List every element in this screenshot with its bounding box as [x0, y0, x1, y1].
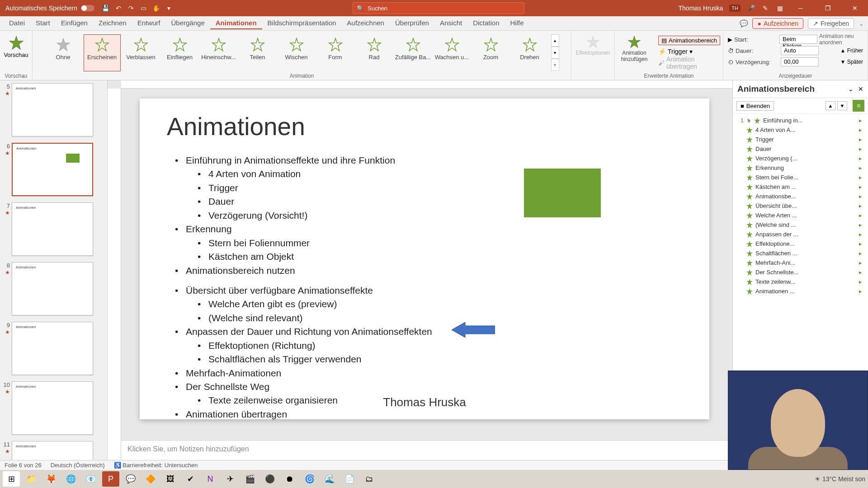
tab-aufzeichnen[interactable]: Aufzeichnen: [341, 17, 390, 29]
app2-icon[interactable]: 🖼: [162, 471, 179, 487]
move-up-button[interactable]: ▲: [826, 101, 835, 110]
anim-item-17[interactable]: Texte zeilenw...▸: [736, 277, 865, 286]
share-button[interactable]: ↗Freigeben: [808, 18, 854, 29]
thumb-slide-8[interactable]: 8★Animationen: [2, 262, 104, 315]
weather-widget[interactable]: ☀ 13°C Meist son: [815, 475, 865, 483]
tab-entwurf[interactable]: Entwurf: [132, 17, 166, 29]
anim-item-14[interactable]: Schaltflächen ...▸: [736, 249, 865, 258]
minimize-button[interactable]: ─: [790, 0, 811, 16]
edge-icon[interactable]: 🌊: [321, 471, 338, 487]
comments-icon[interactable]: 💬: [740, 19, 748, 28]
tab-übergänge[interactable]: Übergänge: [166, 17, 210, 29]
start-dropdown[interactable]: Beim Klicken: [779, 35, 817, 44]
anim-rad[interactable]: Rad: [356, 34, 393, 71]
slide-canvas[interactable]: Animationen •Einführung in Animationseff…: [108, 80, 732, 460]
anim-item-1[interactable]: 4 Arten von A...▸: [736, 125, 865, 135]
language[interactable]: Deutsch (Österreich): [51, 462, 105, 469]
thumb-slide-11[interactable]: 11★Animationen: [2, 441, 104, 460]
accessibility[interactable]: ♿ Barrierefreiheit: Untersuchen: [114, 462, 198, 469]
app5-icon[interactable]: 🌀: [301, 471, 318, 487]
app7-icon[interactable]: 🗂: [361, 471, 378, 487]
anim-wischen[interactable]: Wischen: [278, 34, 315, 71]
powerpoint-icon[interactable]: P: [102, 471, 119, 487]
animation-gallery[interactable]: OhneErscheinenVerblassenEinfliegenHinein…: [42, 33, 562, 71]
slide-text[interactable]: •Einführung in Animationseffekte und ihr…: [167, 154, 682, 421]
duration-input[interactable]: Auto: [781, 46, 819, 55]
trigger-button[interactable]: ⚡ Trigger ▾: [658, 47, 720, 56]
app6-icon[interactable]: 📄: [341, 471, 358, 487]
app4-icon[interactable]: ⏺: [281, 471, 298, 487]
start-button[interactable]: ⊞: [3, 471, 20, 487]
slide-thumbnails[interactable]: 5★Animationen6★Animationen7★Animationen8…: [0, 80, 108, 460]
todoist-icon[interactable]: ✔: [182, 471, 199, 487]
search-input[interactable]: 🔍 Suchen: [353, 2, 524, 14]
qat-more-icon[interactable]: ▾: [165, 4, 173, 12]
author-text[interactable]: Thomas Hruska: [383, 395, 466, 409]
explorer-icon[interactable]: 📁: [23, 471, 40, 487]
touch-icon[interactable]: ✋: [152, 4, 160, 12]
anim-drehen[interactable]: Drehen: [511, 34, 548, 71]
tab-hilfe[interactable]: Hilfe: [505, 17, 529, 29]
anim-item-4[interactable]: Verzögerung (...▸: [736, 154, 865, 163]
add-animation-button[interactable]: Animation hinzufügen: [614, 33, 655, 70]
user-name[interactable]: Thomas Hruska: [679, 5, 723, 12]
thumb-slide-6[interactable]: 6★Animationen: [2, 143, 104, 196]
autosave-toggle[interactable]: Automatisches Speichern: [3, 5, 97, 12]
anim-verblassen[interactable]: Verblassen: [123, 34, 160, 71]
slide-title[interactable]: Animationen: [167, 112, 682, 141]
vlc-icon[interactable]: 🔶: [142, 471, 159, 487]
firefox-icon[interactable]: 🦊: [42, 471, 60, 487]
anim-hineinschw...[interactable]: Hineinschw...: [200, 34, 237, 71]
tab-start[interactable]: Start: [30, 17, 56, 29]
blue-arrow-shape[interactable]: [452, 322, 495, 338]
anim-item-16[interactable]: Der Schnellste...▸: [736, 267, 865, 277]
move-down-button[interactable]: ▼: [837, 101, 847, 110]
thumb-slide-5[interactable]: 5★Animationen: [2, 83, 104, 136]
slide[interactable]: Animationen •Einführung in Animationseff…: [140, 99, 709, 419]
pen-icon[interactable]: ✎: [761, 4, 769, 12]
pane-options-icon[interactable]: ⌄: [848, 85, 854, 93]
outlook-icon[interactable]: 📧: [82, 471, 99, 487]
record-button[interactable]: ●Aufzeichnen: [752, 18, 803, 29]
anim-item-8[interactable]: Animationsbe...▸: [736, 192, 865, 201]
maximize-button[interactable]: ❐: [817, 0, 838, 16]
anim-einfliegen[interactable]: Einfliegen: [161, 34, 198, 71]
gallery-more[interactable]: ▿: [551, 59, 559, 71]
anim-item-5[interactable]: Erkennung▸: [736, 163, 865, 173]
onenote-icon[interactable]: N: [202, 471, 219, 487]
anim-item-2[interactable]: Trigger▸: [736, 135, 865, 144]
anim-item-9[interactable]: Übersicht übe...▸: [736, 201, 865, 211]
anim-list-view-icon[interactable]: ≡: [853, 100, 864, 112]
anim-item-13[interactable]: Effektoptione...▸: [736, 239, 865, 249]
anim-form[interactable]: Form: [317, 34, 354, 71]
anim-teilen[interactable]: Teilen: [239, 34, 276, 71]
thumb-slide-10[interactable]: 10★Animationen: [2, 381, 104, 435]
animation-pane-button[interactable]: ▤ Animationsbereich: [658, 36, 720, 45]
anim-item-11[interactable]: (Welche sind ...▸: [736, 220, 865, 230]
tab-überprüfen[interactable]: Überprüfen: [390, 17, 434, 29]
anim-item-10[interactable]: Welche Arten ...▸: [736, 211, 865, 220]
toggle-switch[interactable]: [81, 5, 94, 11]
play-button[interactable]: ■ Beenden: [736, 101, 774, 111]
anim-item-3[interactable]: Dauer▸: [736, 144, 865, 154]
redo-icon[interactable]: ↷: [127, 4, 135, 12]
thumb-slide-9[interactable]: 9★Animationen: [2, 322, 104, 375]
save-icon[interactable]: 💾: [102, 4, 110, 12]
obs-icon[interactable]: ⚫: [261, 471, 278, 487]
close-button[interactable]: ✕: [844, 0, 865, 16]
undo-icon[interactable]: ↶: [114, 4, 123, 12]
thumb-slide-7[interactable]: 7★Animationen: [2, 202, 104, 256]
app-icon[interactable]: 💬: [122, 471, 139, 487]
anim-wachsen u...[interactable]: Wachsen u...: [434, 34, 471, 71]
tab-dictation[interactable]: Dictation: [467, 17, 505, 29]
anim-ohne[interactable]: Ohne: [45, 34, 82, 71]
app3-icon[interactable]: 🎬: [241, 471, 259, 487]
green-rectangle[interactable]: [524, 169, 601, 217]
mic-icon[interactable]: 🎤: [747, 4, 755, 12]
tab-ansicht[interactable]: Ansicht: [434, 17, 467, 29]
delay-input[interactable]: 00,00: [781, 57, 819, 66]
tab-bildschirmpräsentation[interactable]: Bildschirmpräsentation: [262, 17, 342, 29]
slide-counter[interactable]: Folie 6 von 26: [5, 462, 42, 469]
tab-animationen[interactable]: Animationen: [210, 17, 262, 29]
tab-datei[interactable]: Datei: [4, 17, 30, 29]
